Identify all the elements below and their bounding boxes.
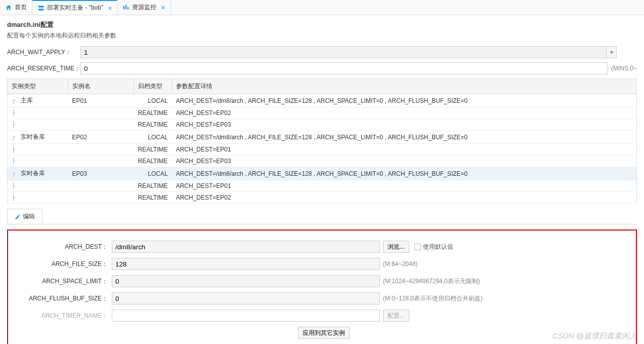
arch-reserve-time-row: ARCH_RESERVE_TIME： (MINS:0~ bbox=[0, 60, 644, 77]
col-param-detail[interactable]: 参数配置详情 bbox=[172, 79, 637, 94]
section-title: dmarch.ini配置 bbox=[0, 15, 644, 31]
chevron-down-icon[interactable]: ▾ bbox=[607, 46, 617, 58]
subtab-edit[interactable]: 编辑 bbox=[7, 209, 42, 224]
arch-wait-apply-combo[interactable]: ▾ bbox=[80, 46, 617, 58]
browse-button[interactable]: 浏览... bbox=[383, 241, 409, 253]
table-row[interactable]: ├REALTIMEARCH_DEST=EP01 bbox=[8, 180, 637, 192]
arch-reserve-time-input[interactable] bbox=[80, 62, 608, 74]
tab-label: 部署实时主备 - "bob" bbox=[47, 4, 103, 12]
table-row[interactable]: ┌实时备库EP02LOCALARCH_DEST=/dm8/arch , ARCH… bbox=[8, 131, 637, 144]
edit-panel: ARCH_DEST： 浏览... 使用默认值 ARCH_FILE_SIZE： (… bbox=[7, 230, 637, 344]
arch-file-size-input[interactable] bbox=[112, 258, 380, 270]
arch-flush-buf-size-label: ARCH_FLUSH_BUF_SIZE： bbox=[13, 294, 112, 303]
use-default-label: 使用默认值 bbox=[423, 243, 453, 251]
table-row[interactable]: ├REALTIMEARCH_DEST=EP02 bbox=[8, 107, 637, 119]
arch-flush-buf-size-row: ARCH_FLUSH_BUF_SIZE： (M:0~128,0表示不使用归档合并… bbox=[13, 292, 631, 304]
arch-flush-buf-size-hint: (M:0~128,0表示不使用归档合并刷盘) bbox=[383, 294, 483, 303]
tab-label: 资源监控 bbox=[132, 3, 156, 12]
table-row[interactable]: ├REALTIMEARCH_DEST=EP01 bbox=[8, 144, 637, 156]
svg-rect-1 bbox=[38, 9, 44, 11]
tab-monitor[interactable]: 资源监控 × bbox=[117, 0, 170, 15]
arch-timer-name-label: ARCH_TIMER_NAME： bbox=[13, 312, 112, 320]
arch-space-limit-label: ARCH_SPACE_LIMIT： bbox=[13, 277, 112, 286]
table-row[interactable]: ┌主库EP01LOCALARCH_DEST=/dm8/arch , ARCH_F… bbox=[8, 94, 637, 107]
home-icon bbox=[5, 4, 12, 11]
table-row[interactable]: ┌实时备库EP03LOCALARCH_DEST=/dm8/arch , ARCH… bbox=[8, 167, 637, 180]
arch-reserve-time-combo[interactable] bbox=[80, 62, 608, 74]
arch-dest-input[interactable] bbox=[112, 241, 380, 253]
arch-timer-name-input bbox=[112, 310, 380, 322]
arch-space-limit-input[interactable] bbox=[112, 275, 380, 287]
svg-rect-0 bbox=[38, 6, 44, 8]
svg-rect-2 bbox=[123, 6, 124, 9]
config-button: 配置... bbox=[383, 310, 409, 322]
monitor-icon bbox=[122, 4, 130, 11]
pencil-icon bbox=[15, 214, 21, 220]
arch-space-limit-row: ARCH_SPACE_LIMIT： (M:1024~4294967294,0表示… bbox=[13, 275, 631, 287]
tab-bar: 首页 部署实时主备 - "bob" × 资源监控 × bbox=[0, 0, 644, 15]
arch-file-size-hint: (M:64~2048) bbox=[383, 260, 417, 267]
table-row[interactable]: ├REALTIMEARCH_DEST=EP03 bbox=[8, 119, 637, 131]
subtab-edit-label: 编辑 bbox=[23, 212, 35, 221]
arch-space-limit-hint: (M:1024~4294967294,0表示无限制) bbox=[383, 277, 480, 286]
apply-to-others-button[interactable]: 应用到其它实例 bbox=[298, 327, 350, 339]
tab-home[interactable]: 首页 bbox=[0, 0, 32, 15]
arch-file-size-row: ARCH_FILE_SIZE： (M:64~2048) bbox=[13, 258, 631, 270]
close-icon[interactable]: × bbox=[108, 4, 112, 12]
arch-wait-apply-input[interactable] bbox=[80, 46, 607, 58]
grid-header-row: 实例类型 实例名 归档类型 参数配置详情 bbox=[8, 79, 637, 94]
arch-dest-row: ARCH_DEST： 浏览... 使用默认值 bbox=[13, 241, 631, 253]
col-instance-name[interactable]: 实例名 bbox=[68, 79, 134, 94]
tab-deploy[interactable]: 部署实时主备 - "bob" × bbox=[32, 0, 117, 15]
arch-reserve-time-hint: (MINS:0~ bbox=[611, 65, 637, 72]
table-row[interactable]: ├REALTIMEARCH_DEST=EP02 bbox=[8, 192, 637, 204]
arch-dest-label: ARCH_DEST： bbox=[13, 243, 112, 251]
arch-flush-buf-size-input[interactable] bbox=[112, 292, 380, 304]
close-icon[interactable]: × bbox=[161, 4, 165, 12]
use-default-checkbox[interactable]: 使用默认值 bbox=[414, 243, 453, 251]
arch-timer-name-row: ARCH_TIMER_NAME： 配置... bbox=[13, 310, 631, 322]
arch-file-size-label: ARCH_FILE_SIZE： bbox=[13, 260, 112, 269]
instance-grid: 实例类型 实例名 归档类型 参数配置详情 ┌主库EP01LOCALARCH_DE… bbox=[7, 79, 637, 204]
arch-wait-apply-label: ARCH_WAIT_APPLY： bbox=[7, 48, 80, 57]
tab-label: 首页 bbox=[15, 3, 27, 12]
col-instance-type[interactable]: 实例类型 bbox=[8, 79, 68, 94]
server-icon bbox=[37, 5, 45, 12]
svg-rect-4 bbox=[127, 7, 128, 9]
col-arch-type[interactable]: 归档类型 bbox=[134, 79, 172, 94]
sub-tab-bar: 编辑 bbox=[7, 209, 637, 224]
svg-rect-3 bbox=[125, 5, 126, 9]
arch-wait-apply-row: ARCH_WAIT_APPLY： ▾ bbox=[0, 44, 644, 60]
checkbox-icon bbox=[414, 244, 421, 250]
table-row[interactable]: ├REALTIMEARCH_DEST=EP03 bbox=[8, 156, 637, 167]
section-subtitle: 配置每个实例的本地和远程归档相关参数 bbox=[0, 31, 644, 44]
arch-reserve-time-label: ARCH_RESERVE_TIME： bbox=[7, 64, 80, 73]
